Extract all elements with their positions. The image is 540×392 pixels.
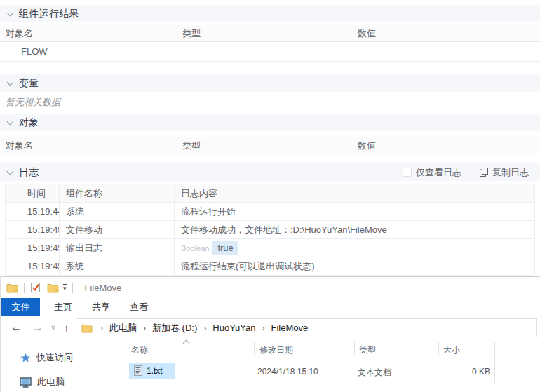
chevron-down-icon (7, 9, 14, 16)
quick-access-star-icon (20, 353, 31, 363)
file-name: 1.txt (147, 366, 163, 376)
file-row-selected[interactable]: 1.txt (129, 363, 175, 379)
list-header-type[interactable]: 类型 (359, 344, 376, 356)
sidebar-label: 快速访问 (36, 351, 73, 364)
result-row-name: FLOW (21, 46, 48, 57)
folder-qat-icon[interactable] (47, 283, 59, 293)
variables-empty-text: 暂无相关数据 (6, 96, 60, 109)
chevron-down-icon (7, 118, 14, 125)
log-component: 输出日志 (60, 239, 175, 257)
column-separator[interactable] (438, 342, 439, 355)
copy-icon (480, 168, 488, 177)
objects-table-header: 对象名 类型 数值 (0, 137, 540, 154)
value-type-label: Boolean (181, 244, 209, 252)
log-row[interactable]: 15:19:45 文件移动 文件移动成功，文件地址：:D:\HuoYuYan\F… (6, 220, 534, 238)
file-size: 0 KB (438, 367, 490, 377)
folder-breadcrumb-icon (81, 323, 93, 333)
section-header-objects[interactable]: 对象 (0, 114, 540, 131)
log-time: 15:19:45 (6, 239, 60, 257)
column-separator[interactable] (494, 342, 495, 383)
chevron-down-icon (7, 168, 14, 175)
sort-ascending-icon[interactable] (183, 340, 190, 347)
log-table-header: 时间 组件名称 日志内容 (6, 184, 534, 202)
explorer-sidebar: 快速访问 此电脑 (1, 339, 119, 391)
explorer-addressbar: ← → ˅ ↑ › 此电脑 › 新加卷 (D:) › HuoYuYan › Fi… (1, 316, 540, 339)
log-row[interactable]: 15:19:45 系统 流程运行结束(可以退出调试状态) (6, 257, 534, 275)
section-header-component-result[interactable]: 组件运行结果 (0, 5, 540, 22)
titlebar-separator (72, 283, 73, 293)
history-dropdown-icon[interactable]: ˅ (51, 316, 55, 339)
log-row[interactable]: 15:19:44 系统 流程运行开始 (6, 202, 534, 220)
log-component: 系统 (60, 257, 175, 275)
back-button[interactable]: ← (11, 316, 22, 339)
window-title: FileMove (85, 283, 122, 293)
breadcrumb-huoyuyan[interactable]: HuoYuYan (212, 323, 255, 333)
titlebar-separator (24, 283, 25, 293)
only-logs-checkbox-group[interactable]: 仅查看日志 (403, 166, 461, 179)
breadcrumb-drive-d[interactable]: 新加卷 (D:) (152, 322, 197, 334)
only-logs-checkbox[interactable] (403, 168, 412, 177)
list-header-date[interactable]: 修改日期 (259, 344, 293, 356)
up-button[interactable]: ↑ (64, 316, 69, 339)
file-list: 名称 修改日期 类型 大小 1.txt (119, 339, 540, 391)
chevron-down-icon (7, 79, 14, 86)
file-explorer-window: ▾ FileMove 文件 主页 共享 查看 ← → ˅ ↑ › 此电脑 › (0, 276, 540, 392)
section-header-variables[interactable]: 变量 (0, 74, 540, 92)
section-header-logs[interactable]: 日志 仅查看日志 复制日志 (0, 163, 540, 181)
section-title: 对象 (19, 116, 39, 129)
section-title: 组件运行结果 (19, 8, 79, 20)
menu-file-button[interactable]: 文件 (1, 298, 40, 316)
value-tag: true (212, 241, 238, 255)
col-header-type: 类型 (177, 140, 352, 152)
col-header-value: 数值 (352, 140, 540, 152)
menu-home-tab[interactable]: 主页 (48, 298, 78, 316)
breadcrumb-separator-icon[interactable]: › (262, 323, 264, 333)
explorer-titlebar[interactable]: ▾ FileMove (1, 277, 540, 298)
column-separator[interactable] (354, 342, 355, 355)
col-header-name: 对象名 (0, 27, 177, 40)
log-col-content: 日志内容 (175, 184, 534, 202)
menu-share-tab[interactable]: 共享 (86, 298, 116, 316)
properties-check-icon[interactable] (30, 282, 41, 293)
file-type: 文本文档 (358, 367, 391, 379)
log-table: 时间 组件名称 日志内容 15:19:44 系统 流程运行开始 15:19:45… (5, 184, 535, 276)
result-table-row[interactable]: FLOW (0, 42, 540, 62)
explorer-body: 快速访问 此电脑 名称 修改日期 类型 大小 (1, 339, 540, 391)
column-separator[interactable] (254, 342, 255, 355)
log-row[interactable]: 15:19:45 输出日志 Boolean true (6, 238, 534, 257)
log-component: 文件移动 (60, 221, 175, 238)
col-header-value: 数值 (352, 27, 540, 40)
breadcrumb-this-pc[interactable]: 此电脑 (109, 322, 137, 334)
log-content: 文件移动成功，文件地址：:D:\HuoYuYan\FileMove (175, 221, 534, 238)
explorer-menubar: 文件 主页 共享 查看 (1, 298, 540, 316)
sidebar-label: 此电脑 (37, 376, 65, 388)
log-time: 15:19:45 (6, 221, 60, 238)
col-header-type: 类型 (177, 27, 352, 40)
log-time: 15:19:45 (6, 257, 60, 275)
menu-view-tab[interactable]: 查看 (124, 298, 154, 316)
forward-button[interactable]: → (32, 316, 43, 339)
text-file-icon (134, 365, 142, 376)
breadcrumb-filemove[interactable]: FileMove (271, 323, 308, 333)
sidebar-item-quick-access[interactable]: 快速访问 (20, 351, 73, 364)
section-title: 日志 (19, 166, 39, 179)
col-header-name: 对象名 (0, 140, 177, 152)
folder-app-icon (6, 283, 18, 293)
log-col-time: 时间 (6, 184, 60, 202)
list-header-size[interactable]: 大小 (443, 344, 460, 356)
sidebar-item-this-pc[interactable]: 此电脑 (20, 376, 65, 388)
breadcrumb-separator-icon[interactable]: › (100, 323, 103, 333)
copy-logs-button[interactable]: 复制日志 (480, 166, 529, 179)
this-pc-monitor-icon (20, 377, 32, 388)
list-header-name[interactable]: 名称 (131, 344, 148, 356)
only-logs-label: 仅查看日志 (416, 166, 461, 179)
log-content: 流程运行开始 (175, 203, 534, 220)
qat-dropdown-icon[interactable]: ▾ (63, 284, 67, 292)
breadcrumb-separator-icon[interactable]: › (203, 323, 206, 333)
breadcrumb-separator-icon[interactable]: › (143, 323, 146, 333)
copy-logs-label: 复制日志 (492, 166, 529, 179)
file-date: 2024/1/18 15:10 (257, 367, 318, 377)
address-box[interactable]: › 此电脑 › 新加卷 (D:) › HuoYuYan › FileMove (76, 318, 537, 337)
log-controls: 仅查看日志 复制日志 (403, 163, 529, 181)
log-time: 15:19:44 (6, 203, 60, 220)
